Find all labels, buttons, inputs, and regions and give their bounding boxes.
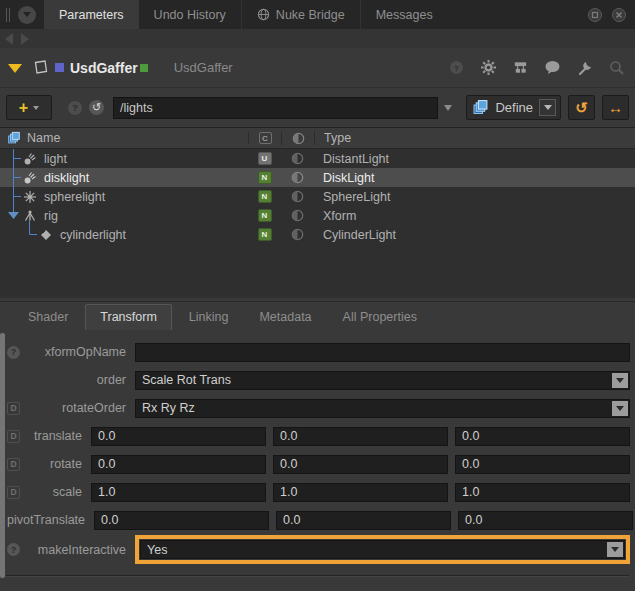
pivottranslate-y-input[interactable]: [276, 511, 451, 530]
tab-label: Parameters: [59, 8, 124, 22]
translate-z-input[interactable]: [455, 427, 630, 446]
scale-x-input[interactable]: [91, 483, 266, 502]
collapse-triangle-icon[interactable]: [8, 64, 22, 80]
tree-row-cylinderlight[interactable]: cylinderlight N CylinderLight: [0, 225, 635, 244]
scale-z-input[interactable]: [455, 483, 630, 502]
visibility-icon[interactable]: [291, 190, 304, 203]
chevron-down-icon[interactable]: [612, 373, 628, 388]
diamond-icon: [39, 228, 53, 242]
tree-row-spherelight[interactable]: spherelight N SphereLight: [0, 187, 635, 206]
property-row-pivottranslate: pivotTranslate: [0, 506, 635, 534]
column-header-name[interactable]: Name: [27, 131, 60, 145]
makeinteractive-value: Yes: [147, 543, 167, 557]
tab-parameters[interactable]: Parameters: [44, 0, 139, 29]
composition-badge[interactable]: N: [258, 209, 272, 222]
highlight-frame: Yes: [135, 535, 630, 564]
node-header: UsdGaffer UsdGaffer ?: [0, 48, 635, 88]
tab-all-properties[interactable]: All Properties: [329, 305, 431, 330]
prim-toolbar: + ? ↺ Define ↺ ↔: [0, 89, 635, 126]
scrollbar[interactable]: [0, 333, 5, 578]
scene-graph-tree: Name C Type light U DistantLight disklig…: [0, 127, 635, 298]
translate-x-input[interactable]: [91, 427, 266, 446]
prim-path-input[interactable]: [113, 97, 438, 119]
pivottranslate-z-input[interactable]: [458, 511, 633, 530]
reset-path-icon[interactable]: ↺: [89, 100, 104, 115]
define-dropdown[interactable]: Define: [466, 95, 561, 120]
tab-metadata[interactable]: Metadata: [245, 305, 325, 330]
property-label: pivotTranslate: [7, 513, 94, 527]
visibility-icon[interactable]: [291, 209, 304, 222]
column-header-type[interactable]: Type: [314, 131, 635, 145]
tab-linking[interactable]: Linking: [175, 305, 243, 330]
refresh-button[interactable]: ↺: [568, 95, 595, 120]
swap-button[interactable]: ↔: [602, 95, 629, 120]
pivottranslate-x-input[interactable]: [94, 511, 269, 530]
tab-messages[interactable]: Messages: [360, 0, 448, 29]
svg-text:?: ?: [454, 64, 459, 73]
chevron-down-icon[interactable]: [612, 401, 628, 416]
tree-row-type: DistantLight: [314, 152, 635, 166]
rotateorder-dropdown[interactable]: Rx Ry Rz: [135, 399, 630, 418]
help-icon[interactable]: ?: [448, 59, 465, 76]
visibility-icon[interactable]: [291, 152, 304, 165]
chevron-down-icon[interactable]: [607, 542, 623, 557]
default-indicator-icon: D: [7, 458, 20, 471]
visibility-icon[interactable]: [291, 228, 304, 241]
path-dropdown-arrow[interactable]: [438, 97, 458, 119]
help-icon[interactable]: ?: [7, 346, 20, 359]
rotateorder-value: Rx Ry Rz: [142, 401, 195, 415]
default-indicator-icon: D: [7, 402, 20, 415]
visibility-icon[interactable]: [291, 171, 304, 184]
property-label: scale: [21, 485, 91, 499]
tree-row-type: SphereLight: [314, 190, 635, 204]
visibility-column-icon[interactable]: [292, 132, 305, 145]
tree-row-disklight[interactable]: disklight N DiskLight: [0, 168, 635, 187]
rotate-y-input[interactable]: [273, 455, 448, 474]
help-icon[interactable]: ?: [7, 543, 20, 556]
makeinteractive-dropdown[interactable]: Yes: [140, 540, 625, 559]
panel-menu-button[interactable]: [18, 6, 36, 24]
node-subtitle: UsdGaffer: [174, 60, 233, 75]
xformopname-input[interactable]: [135, 343, 630, 362]
gear-icon[interactable]: [480, 59, 497, 76]
composition-badge[interactable]: U: [258, 152, 272, 165]
add-prim-button[interactable]: +: [6, 95, 52, 120]
default-indicator-icon: D: [7, 486, 20, 499]
composition-badge[interactable]: N: [258, 228, 272, 241]
order-value: Scale Rot Trans: [142, 373, 231, 387]
spotlight-icon: [23, 152, 37, 166]
path-help-icon[interactable]: ?: [68, 101, 82, 115]
rotate-z-input[interactable]: [455, 455, 630, 474]
tree-row-light[interactable]: light U DistantLight: [0, 149, 635, 168]
close-panel-icon[interactable]: [611, 7, 627, 23]
scale-y-input[interactable]: [273, 483, 448, 502]
composition-badge[interactable]: N: [258, 171, 272, 184]
comment-bubble-icon[interactable]: [544, 59, 561, 76]
search-icon[interactable]: [608, 59, 625, 76]
float-panel-icon[interactable]: [587, 7, 603, 23]
node-graph-icon[interactable]: [512, 59, 529, 76]
tree-row-label: disklight: [44, 171, 89, 185]
property-label: rotate: [21, 457, 91, 471]
tree-row-label: cylinderlight: [60, 228, 126, 242]
property-row-rotateorder: D rotateOrder Rx Ry Rz: [0, 394, 635, 422]
define-value: Define: [495, 100, 533, 115]
tab-transform[interactable]: Transform: [85, 304, 172, 330]
tab-nuke-bridge[interactable]: Nuke Bridge: [241, 0, 360, 29]
top-tab-bar: Parameters Undo History Nuke Bridge Mess…: [0, 0, 635, 29]
composition-column-icon[interactable]: C: [259, 132, 272, 144]
panel-grip[interactable]: [2, 0, 14, 29]
property-row-order: order Scale Rot Trans: [0, 366, 635, 394]
order-dropdown[interactable]: Scale Rot Trans: [135, 371, 630, 390]
rotate-x-input[interactable]: [91, 455, 266, 474]
tab-shader[interactable]: Shader: [14, 305, 82, 330]
translate-y-input[interactable]: [273, 427, 448, 446]
forward-arrow-icon[interactable]: [21, 33, 29, 45]
define-dropdown-arrow[interactable]: [539, 99, 556, 116]
composition-badge[interactable]: N: [258, 190, 272, 203]
tree-row-rig[interactable]: rig N Xform: [0, 206, 635, 225]
back-arrow-icon[interactable]: [5, 33, 13, 45]
wrench-icon[interactable]: [576, 59, 593, 76]
tab-undo-history[interactable]: Undo History: [139, 0, 241, 29]
globe-icon: [257, 8, 270, 21]
